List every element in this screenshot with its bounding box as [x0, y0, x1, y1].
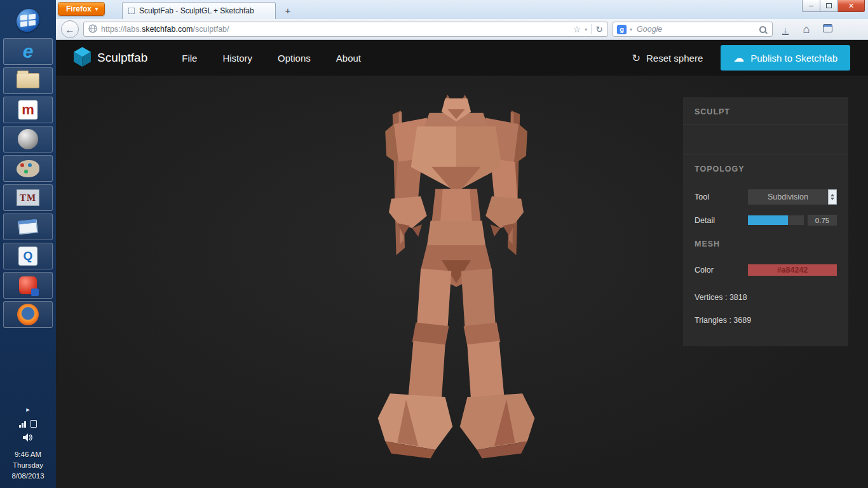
sketchfab-logo: [74, 47, 91, 69]
cloud-upload-icon: ☁: [733, 53, 744, 64]
ie-icon[interactable]: e: [3, 38, 53, 65]
search-engine-dropdown-icon[interactable]: ▾: [630, 27, 632, 32]
triangles-count: Triangles : 3689: [683, 309, 848, 332]
tool-select[interactable]: Subdivision: [748, 189, 837, 205]
detail-value[interactable]: 0.75: [808, 215, 837, 226]
sphere-app-icon[interactable]: [3, 126, 53, 152]
menu-file[interactable]: File: [182, 53, 197, 64]
action-center-icon[interactable]: [31, 420, 37, 428]
tool-label: Tool: [695, 193, 709, 201]
menu-about[interactable]: About: [336, 53, 361, 64]
sculptfab-page: Sculptfab File History Options About ↻ R…: [56, 40, 868, 488]
restore-icon: [826, 3, 832, 8]
topology-section-title: TOPOLOGY: [683, 154, 848, 182]
site-globe-icon[interactable]: [88, 24, 97, 35]
speaker-icon[interactable]: [23, 433, 33, 444]
3d-model: [339, 93, 573, 467]
menu-options[interactable]: Options: [278, 53, 311, 64]
search-box: g ▾: [613, 22, 773, 37]
tool-row: Tool Subdivision: [683, 189, 848, 205]
url-input[interactable]: https://labs.sketchfab.com/sculptfab/ ☆ …: [83, 22, 608, 37]
detail-slider[interactable]: [748, 215, 804, 225]
vertices-count: Vertices : 3818: [683, 286, 848, 309]
reset-sphere-button[interactable]: ↻ Reset sphere: [632, 52, 703, 64]
search-icon[interactable]: [759, 26, 766, 33]
app-title: Sculptfab: [97, 51, 147, 65]
reset-icon: ↻: [632, 52, 641, 64]
red-app-icon[interactable]: [3, 272, 53, 299]
paint-app-icon[interactable]: [3, 155, 53, 182]
detail-label: Detail: [695, 216, 715, 225]
app-menu: File History Options About: [182, 53, 361, 64]
divider: [591, 24, 592, 34]
tab-favicon: [128, 8, 135, 14]
network-signal-icon[interactable]: [19, 421, 26, 428]
reload-icon[interactable]: ↻: [595, 24, 603, 34]
chevron-up-icon: [831, 194, 834, 196]
publish-label: Publish to Sketchfab: [750, 53, 837, 64]
url-text: https://labs.sketchfab.com/sculptfab/: [101, 25, 569, 34]
navigation-bar: ← https://labs.sketchfab.com/sculptfab/ …: [56, 19, 868, 40]
home-icon[interactable]: ⌂: [798, 24, 815, 36]
clock-time: 9:46 AM: [11, 449, 44, 460]
close-button[interactable]: ×: [838, 0, 865, 12]
folder-icon[interactable]: [3, 67, 53, 94]
downloads-icon[interactable]: ↓: [777, 24, 794, 35]
settings-panel: SCULPT TOPOLOGY Tool Subdivision Detail: [683, 97, 848, 346]
app-header: Sculptfab File History Options About ↻ R…: [56, 40, 868, 76]
tab-title: SculptFab - SculptGL + Sketchfab: [139, 6, 254, 15]
publish-button[interactable]: ☁ Publish to Sketchfab: [721, 45, 850, 71]
browser-tab[interactable]: SculptFab - SculptGL + Sketchfab: [122, 2, 276, 19]
sculpt-section-title: SCULPT: [683, 97, 848, 125]
select-spinner[interactable]: [828, 189, 837, 205]
clock-date: 8/08/2013: [11, 471, 44, 482]
bookmark-star-icon[interactable]: ☆: [573, 24, 581, 34]
color-swatch[interactable]: #a84242: [748, 264, 837, 276]
window-app-icon[interactable]: [3, 214, 53, 240]
url-dropdown-icon[interactable]: ▾: [585, 27, 587, 32]
search-input[interactable]: [635, 24, 756, 34]
q-app-icon[interactable]: Q: [3, 243, 53, 269]
desktop-strip: e m TM Q ▸ 9:46 AM Thursday 8/08/2013: [0, 0, 56, 488]
bookmarks-panel-icon[interactable]: [819, 24, 836, 35]
restore-button[interactable]: [820, 0, 838, 12]
windows-start-icon[interactable]: [3, 4, 53, 37]
new-tab-button[interactable]: +: [280, 4, 296, 17]
desktop-clock: 9:46 AM Thursday 8/08/2013: [11, 449, 44, 482]
m-app-icon[interactable]: m: [3, 97, 53, 123]
screen: e m TM Q ▸ 9:46 AM Thursday 8/08/2013: [0, 0, 868, 488]
titlebar: Firefox ▾ SculptFab - SculptGL + Sketchf…: [56, 0, 868, 19]
reset-label: Reset sphere: [646, 53, 703, 64]
menu-history[interactable]: History: [222, 53, 252, 64]
color-label: Color: [695, 266, 714, 274]
mesh-section-title: MESH: [683, 236, 848, 257]
desktop-tray: ▸ 9:46 AM Thursday 8/08/2013: [0, 405, 56, 488]
firefox-icon[interactable]: [3, 301, 53, 328]
window-controls: – ×: [802, 0, 865, 12]
slider-fill: [748, 215, 788, 225]
back-button[interactable]: ←: [61, 20, 79, 38]
google-engine-icon[interactable]: g: [617, 25, 627, 34]
tool-select-value: Subdivision: [748, 193, 828, 201]
firefox-menu-button[interactable]: Firefox ▾: [58, 2, 105, 16]
clock-day: Thursday: [11, 460, 44, 471]
sculpt-section-body: [683, 125, 848, 154]
viewport-canvas[interactable]: SCULPT TOPOLOGY Tool Subdivision Detail: [56, 76, 868, 488]
browser-window: Firefox ▾ SculptFab - SculptGL + Sketchf…: [56, 0, 868, 488]
expand-arrow-icon[interactable]: ▸: [26, 405, 30, 414]
tm-app-icon[interactable]: TM: [3, 184, 53, 211]
minimize-button[interactable]: –: [802, 0, 820, 12]
color-row: Color #a84242: [683, 264, 848, 276]
windows-flag-icon: [17, 8, 39, 33]
chevron-down-icon: ▾: [95, 6, 98, 12]
chevron-down-icon: [831, 198, 834, 200]
detail-row: Detail 0.75: [683, 215, 848, 226]
